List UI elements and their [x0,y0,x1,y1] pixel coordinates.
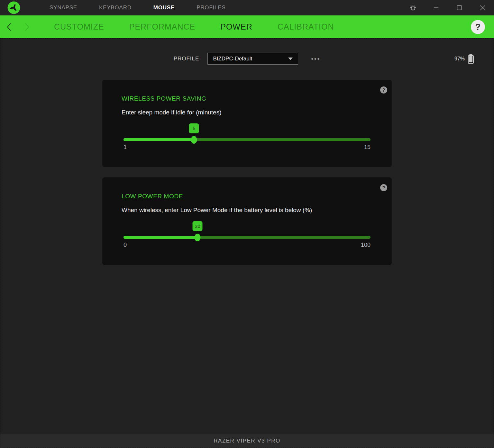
profile-dropdown-value: BIZDPC-Default [213,56,288,62]
slider-value-badge: 30 [193,221,203,231]
slider-track[interactable] [124,236,370,239]
slider-fill [124,138,194,141]
maximize-button[interactable] [448,0,471,15]
profile-row: PROFILE BIZDPC-Default ••• 97% [0,53,494,65]
tab-customize[interactable]: CUSTOMIZE [54,22,104,31]
slider-labels: 1 15 [124,144,370,151]
help-button[interactable]: ? [471,20,485,34]
maximize-icon [457,5,462,10]
back-button[interactable] [0,15,18,38]
slider-thumb[interactable] [195,234,201,241]
body-wrap: PROFILE BIZDPC-Default ••• 97% [0,38,494,448]
forward-button[interactable] [18,15,36,38]
slider-max-label: 100 [361,242,370,248]
device-name: RAZER VIPER V3 PRO [214,438,280,444]
tab-mouse[interactable]: MOUSE [153,4,175,11]
close-button[interactable] [471,0,494,15]
card-help-button[interactable]: ? [380,86,387,94]
profile-dropdown[interactable]: BIZDPC-Default [207,53,298,65]
tab-keyboard[interactable]: KEYBOARD [99,4,132,11]
card-description: Enter sleep mode if idle for (minutes) [122,109,372,116]
help-icon: ? [475,22,481,32]
mouse-subnav: CUSTOMIZE PERFORMANCE POWER CALIBRATION … [0,15,494,38]
sleep-timeout-slider[interactable]: 5 1 15 [122,123,372,151]
wireless-power-saving-card: ? WIRELESS POWER SAVING Enter sleep mode… [102,80,392,167]
card-help-button[interactable]: ? [380,184,387,191]
slider-min-label: 0 [124,242,127,248]
card-title: LOW POWER MODE [122,193,372,200]
chevron-left-icon [5,22,13,31]
battery-percent-label: 97% [454,56,465,62]
chevron-right-icon [23,22,31,31]
minimize-icon [434,5,439,10]
razer-logo-icon[interactable] [0,1,28,14]
tab-synapse[interactable]: SYNAPSE [50,4,77,11]
card-title: WIRELESS POWER SAVING [122,95,372,102]
battery-status: 97% [454,54,474,64]
tab-calibration[interactable]: CALIBRATION [278,22,334,31]
tab-profiles[interactable]: PROFILES [197,4,225,11]
card-description: When wireless, enter Low Power Mode if t… [122,207,372,214]
ellipsis-icon: ••• [311,55,320,62]
app-tabs: SYNAPSE KEYBOARD MOUSE PROFILES [50,4,226,11]
close-icon [480,5,485,11]
minimize-button[interactable] [425,0,448,15]
battery-icon [468,55,474,64]
titlebar: SYNAPSE KEYBOARD MOUSE PROFILES [0,0,494,15]
battery-fill [469,56,472,62]
profile-label: PROFILE [174,56,199,62]
slider-value-badge: 5 [189,123,199,133]
chevron-down-icon [288,58,293,60]
slider-track[interactable] [124,138,370,141]
tab-power[interactable]: POWER [220,22,252,31]
statusbar: RAZER VIPER V3 PRO [0,434,494,448]
slider-thumb[interactable] [191,136,197,144]
window-controls [401,0,494,15]
question-mark-icon: ? [382,87,385,93]
razer-logo-svg [7,1,20,14]
power-settings-content: PROFILE BIZDPC-Default ••• 97% [0,39,494,434]
settings-gear-icon[interactable] [401,0,425,15]
slider-inner: 5 [124,123,370,141]
slider-fill [124,236,197,239]
slider-labels: 0 100 [124,242,370,248]
slider-min-label: 1 [124,144,127,151]
slider-max-label: 15 [364,144,370,151]
slider-inner: 30 [124,221,370,239]
razer-synapse-window: SYNAPSE KEYBOARD MOUSE PROFILES [0,0,494,448]
profile-more-options-button[interactable]: ••• [311,55,320,62]
question-mark-icon: ? [382,185,385,190]
subnav-tabs: CUSTOMIZE PERFORMANCE POWER CALIBRATION [54,22,334,31]
low-power-threshold-slider[interactable]: 30 0 100 [122,221,372,248]
tab-performance[interactable]: PERFORMANCE [129,22,195,31]
low-power-mode-card: ? LOW POWER MODE When wireless, enter Lo… [102,177,392,265]
